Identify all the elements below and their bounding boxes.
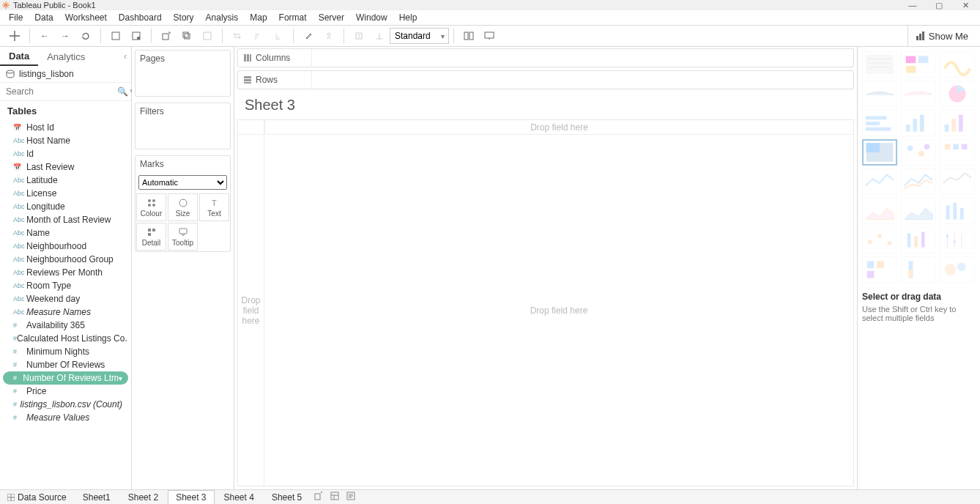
field-number-of-reviews[interactable]: #Number Of Reviews [3, 358, 128, 371]
field-measure-values[interactable]: #Measure Values [3, 411, 128, 424]
menu-help[interactable]: Help [393, 12, 423, 23]
field-measure-names[interactable]: AbcMeasure Names [3, 305, 128, 319]
showme-chart-type-0[interactable] [862, 51, 897, 78]
sort-desc-button[interactable] [270, 27, 287, 45]
search-icon[interactable]: 🔍 [117, 86, 128, 97]
marks-detail[interactable]: Detail [136, 223, 166, 251]
datasource-row[interactable]: listings_lisbon [0, 66, 131, 82]
new-worksheet-tab-button[interactable] [311, 492, 327, 503]
field-month-of-last-review[interactable]: AbcMonth of Last Review [3, 213, 128, 226]
columns-shelf[interactable]: Columns [237, 48, 854, 67]
drop-columns-here[interactable]: Drop field here [264, 120, 853, 135]
showme-chart-type-15[interactable] [862, 198, 897, 224]
menu-map[interactable]: Map [244, 12, 272, 23]
highlight-button[interactable] [300, 27, 317, 45]
field-latitude[interactable]: AbcLatitude [3, 174, 128, 187]
showme-chart-type-19[interactable] [901, 227, 936, 253]
pause-auto-button[interactable] [127, 27, 145, 45]
menu-data[interactable]: Data [29, 12, 59, 23]
marks-tooltip[interactable]: Tooltip [168, 223, 198, 251]
showme-chart-type-6[interactable] [862, 110, 897, 136]
fit-select[interactable]: Standard [390, 28, 449, 44]
fix-axes-button[interactable] [371, 27, 388, 45]
showme-chart-type-11[interactable] [940, 139, 975, 166]
new-story-tab-button[interactable] [343, 492, 359, 503]
swap-button[interactable] [229, 27, 246, 45]
sheet-tab-sheet-2[interactable]: Sheet 2 [120, 490, 166, 505]
field-listings-lisbon-csv-count-[interactable]: #listings_lisbon.csv (Count) [3, 398, 128, 411]
marks-colour[interactable]: Colour [136, 193, 166, 221]
field-number-of-reviews-ltm[interactable]: #Number Of Reviews Ltm▾ [3, 371, 128, 385]
field-price[interactable]: #Price [3, 385, 128, 398]
close-button[interactable]: ✕ [952, 1, 979, 10]
showme-chart-type-3[interactable] [862, 81, 897, 107]
showme-chart-type-1[interactable] [901, 51, 936, 78]
showme-chart-type-8[interactable] [940, 110, 975, 136]
showme-chart-type-16[interactable] [901, 198, 936, 224]
clear-button[interactable] [198, 27, 216, 45]
new-datasource-button[interactable] [107, 27, 125, 45]
menu-file[interactable]: File [3, 12, 29, 23]
field-weekend-day[interactable]: AbcWeekend day [3, 292, 128, 305]
mark-type-select[interactable]: Automatic [138, 175, 227, 190]
pages-shelf[interactable]: Pages [135, 50, 231, 97]
filters-shelf[interactable]: Filters [135, 103, 231, 149]
menu-server[interactable]: Server [313, 12, 350, 23]
viz-canvas[interactable]: Drop field here Drop field here Drop fie… [237, 119, 854, 486]
showme-chart-type-21[interactable] [862, 256, 897, 283]
menu-analysis[interactable]: Analysis [200, 12, 245, 23]
showme-chart-type-20[interactable] [940, 227, 975, 253]
showme-chart-type-22[interactable] [901, 256, 936, 283]
tableau-icon[interactable] [6, 27, 23, 45]
field-reviews-per-month[interactable]: AbcReviews Per Month [3, 266, 128, 279]
marks-size[interactable]: Size [168, 193, 198, 221]
sort-asc-button[interactable] [249, 27, 267, 45]
field-id[interactable]: AbcId [3, 147, 128, 160]
menu-format[interactable]: Format [273, 12, 313, 23]
sheet-title[interactable]: Sheet 3 [234, 91, 857, 119]
showme-chart-type-23[interactable] [940, 256, 975, 283]
duplicate-button[interactable] [178, 27, 196, 45]
showme-chart-type-14[interactable] [940, 168, 975, 195]
search-input[interactable] [4, 84, 117, 99]
showme-chart-type-10[interactable] [901, 139, 936, 166]
presentation-button[interactable] [480, 27, 498, 45]
field-host-id[interactable]: 📅Host Id [3, 121, 128, 134]
showme-chart-type-2[interactable] [940, 51, 975, 78]
showme-chart-type-7[interactable] [901, 110, 936, 136]
new-dashboard-tab-button[interactable] [327, 492, 343, 503]
rows-shelf[interactable]: Rows [237, 70, 854, 89]
showme-chart-type-4[interactable] [901, 81, 936, 107]
showme-chart-type-9[interactable] [862, 139, 897, 166]
field-name[interactable]: AbcName [3, 226, 128, 240]
drop-field-here[interactable]: Drop field here [264, 135, 853, 486]
collapse-pane-icon[interactable]: ‹ [119, 51, 131, 62]
show-me-button[interactable]: Show Me [907, 26, 976, 46]
field-longitude[interactable]: AbcLongitude [3, 200, 128, 213]
showme-chart-type-18[interactable] [862, 227, 897, 253]
drop-rows-here[interactable]: Drop field here [238, 135, 264, 486]
field-license[interactable]: AbcLicense [3, 187, 128, 200]
menu-window[interactable]: Window [350, 12, 393, 23]
sheet-tab-sheet-3[interactable]: Sheet 3 [168, 490, 214, 505]
menu-dashboard[interactable]: Dashboard [113, 12, 168, 23]
tab-analytics[interactable]: Analytics [38, 48, 94, 65]
maximize-button[interactable]: ▢ [926, 1, 952, 10]
save-button[interactable] [77, 27, 94, 45]
minimize-button[interactable]: — [899, 1, 926, 10]
showme-chart-type-17[interactable] [940, 198, 975, 224]
field-availability-365[interactable]: #Availability 365 [3, 319, 128, 332]
group-button[interactable] [320, 27, 338, 45]
showme-chart-type-13[interactable] [901, 168, 936, 195]
sheet-tab-sheet-5[interactable]: Sheet 5 [264, 490, 310, 505]
datasource-tab[interactable]: Data Source [0, 492, 74, 503]
labels-button[interactable]: T [350, 27, 368, 45]
new-worksheet-button[interactable] [157, 27, 175, 45]
showme-chart-type-5[interactable] [940, 81, 975, 107]
sheet-tab-sheet1[interactable]: Sheet1 [75, 490, 119, 505]
sheet-tab-sheet-4[interactable]: Sheet 4 [216, 490, 262, 505]
menu-story[interactable]: Story [168, 12, 200, 23]
field-neighbourhood-group[interactable]: AbcNeighbourhood Group [3, 253, 128, 266]
field-host-name[interactable]: AbcHost Name [3, 134, 128, 147]
tab-data[interactable]: Data [0, 48, 38, 66]
